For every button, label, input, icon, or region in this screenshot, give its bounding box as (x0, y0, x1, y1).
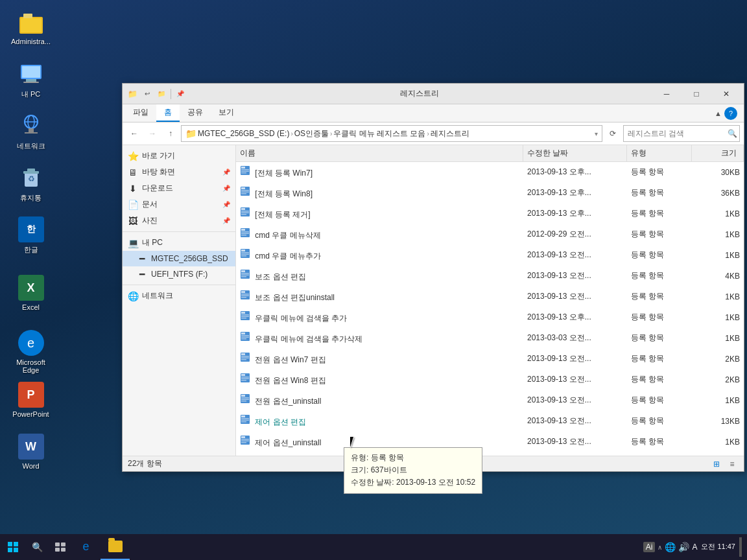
desktop-icon-network[interactable]: 네트워크 (6, 110, 55, 154)
header-name[interactable]: 이름 (236, 145, 523, 161)
detail-view-btn[interactable]: ⊞ (710, 458, 723, 471)
tab-home[interactable]: 홈 (156, 104, 180, 122)
svg-rect-74 (241, 399, 249, 401)
minimize-btn[interactable]: ─ (652, 84, 682, 104)
table-row[interactable]: 전원 옵션 Win8 편집 2013-09-13 오전... 등록 항목 2KB (236, 369, 744, 390)
desktop-icon-recycle[interactable]: ♻ 휴지통 (6, 162, 55, 205)
table-row[interactable]: 제어 옵션 편집 2013-09-13 오전... 등록 항목 13KB (236, 411, 744, 432)
header-type[interactable]: 유형 (627, 145, 692, 161)
administrator-icon (18, 9, 44, 35)
taskbar: 🔍 e Ai ∧ 🌐 🔊 (0, 534, 747, 560)
excel-icon: X (18, 275, 44, 301)
file-list-container[interactable]: 이름 수정한 날짜 유형 크기 [전체 등록 (236, 145, 744, 456)
tooltip-line3: 수정한 날짜: 2013-09-13 오전 10:52 (351, 476, 475, 489)
expand-ribbon-btn[interactable]: ▲ (715, 110, 722, 117)
sidebar-item-photos[interactable]: 🖼 사진 📌 (123, 213, 235, 229)
table-row[interactable]: 제어 옵션_uninstall 2013-09-13 오전... 등록 항목 1… (236, 432, 744, 452)
svg-rect-29 (241, 213, 249, 214)
pin-btn[interactable]: 📌 (174, 88, 187, 100)
ppt-label: PowerPoint (12, 410, 49, 418)
new-folder-btn[interactable]: 📁 (155, 88, 168, 100)
taskbar-explorer[interactable] (101, 534, 130, 560)
table-row[interactable]: 우클릭 메뉴에 검색을 추가삭제 2013-03-03 오전... 등록 항목 … (236, 328, 744, 349)
back-btn[interactable]: ← (126, 126, 142, 141)
svg-rect-83 (241, 439, 249, 440)
file-name-13: 제어 옵션_uninstall (236, 433, 523, 450)
list-view-btn[interactable]: ≡ (726, 458, 739, 471)
file-date-6: 2013-09-13 오전... (523, 289, 627, 304)
tab-share[interactable]: 공유 (180, 104, 211, 122)
table-row[interactable]: cmd 우클 메뉴추가 2013-09-13 오전... 등록 항목 1KB (236, 245, 744, 266)
table-row[interactable]: 전원 옵션 Win7 편집 2013-09-13 오전... 등록 항목 2KB (236, 349, 744, 369)
svg-rect-25 (241, 193, 246, 194)
search-box[interactable]: 🔍 (623, 125, 740, 142)
excel-label: Excel (22, 303, 40, 311)
address-path[interactable]: 📁 MGTEC_256GB_SSD (E:) › OS인증툴 › 우클릭 메뉴 … (181, 125, 602, 142)
desktop-icon-mypc[interactable]: 내 PC (6, 58, 55, 102)
start-button[interactable] (0, 534, 26, 560)
desktop-icon-hancom[interactable]: 한 한글 (6, 214, 55, 257)
explorer-window: 📁 ↩ 📁 📌 레지스트리 ─ □ ✕ 파일 홈 공유 보기 (122, 83, 744, 472)
undo-btn[interactable]: ↩ (141, 88, 154, 100)
sidebar-item-uefi[interactable]: ━ UEFI_NTFS (F:) (123, 266, 235, 282)
svg-rect-54 (241, 316, 249, 318)
svg-rect-85 (241, 442, 246, 443)
sidebar-item-docs[interactable]: 📄 문서 📌 (123, 196, 235, 213)
desktop-icon-edge[interactable]: e Microsoft Edge (6, 327, 55, 377)
sidebar-item-mgtec[interactable]: ━ MGTEC_256GB_SSD (123, 251, 235, 266)
tray-ai-label[interactable]: Ai (643, 542, 656, 552)
sidebar-item-network[interactable]: 🌐 네트워크 (123, 288, 235, 304)
refresh-btn[interactable]: ⟳ (605, 126, 621, 141)
table-row[interactable]: [전체 등록 제거] 2013-09-13 오후... 등록 항목 1KB (236, 204, 744, 224)
file-date-1: 2013-09-13 오후... (523, 185, 627, 200)
task-view-btn[interactable] (49, 534, 71, 560)
sidebar-item-downloads[interactable]: ⬇ 다운로드 📌 (123, 180, 235, 196)
show-desktop-btn[interactable] (739, 537, 742, 557)
svg-rect-24 (241, 192, 249, 193)
tray-expand-icon[interactable]: ∧ (658, 544, 662, 551)
svg-rect-19 (241, 171, 249, 172)
table-row[interactable]: [전체 등록 Win7] 2013-09-13 오후... 등록 항목 30KB (236, 162, 744, 183)
network-label: 네트워크 (17, 141, 45, 151)
header-size[interactable]: 크기 (692, 145, 744, 161)
file-name-6: 보조 옵션 편집uninstall (236, 288, 523, 305)
table-row[interactable]: 보조 옵션 편집 2013-09-13 오전... 등록 항목 4KB (236, 266, 744, 286)
sidebar-item-favorites[interactable]: ⭐ 바로 가기 (123, 148, 235, 164)
desktop-icon-word[interactable]: W Word (6, 431, 55, 472)
taskbar-edge[interactable]: e (71, 534, 101, 560)
desktop-icon-administrator[interactable]: Administra... (6, 6, 55, 48)
desktop-icon-ppt[interactable]: P PowerPoint (6, 379, 55, 421)
file-name-10: 전원 옵션 Win8 편집 (236, 371, 523, 388)
search-input[interactable] (628, 129, 725, 138)
table-row[interactable]: [전체 등록 Win8] 2013-09-13 오후... 등록 항목 36KB (236, 183, 744, 204)
quick-access-folder-btn[interactable]: 📁 (125, 87, 139, 101)
table-row[interactable]: 전원 옵션_uninstall 2013-09-13 오전... 등록 항목 1… (236, 390, 744, 411)
desktop-icon-excel[interactable]: X Excel (6, 272, 55, 314)
table-row[interactable]: 우클릭 메뉴에 검색을 추가 2013-09-13 오후... 등록 항목 1K… (236, 307, 744, 328)
svg-rect-50 (241, 297, 246, 298)
tray-keyboard-icon[interactable]: A (692, 542, 697, 552)
close-btn[interactable]: ✕ (711, 84, 741, 104)
header-date[interactable]: 수정한 날짜 (523, 145, 627, 161)
up-btn[interactable]: ↑ (163, 126, 178, 141)
sidebar-item-mypc[interactable]: 💻 내 PC (123, 235, 235, 251)
taskbar-search-btn[interactable]: 🔍 (26, 534, 49, 560)
tray-network-icon[interactable]: 🌐 (665, 542, 676, 552)
file-type-0: 등록 항목 (627, 165, 692, 180)
forward-btn[interactable]: → (145, 126, 160, 141)
svg-rect-132 (55, 548, 60, 552)
svg-rect-57 (241, 332, 245, 334)
tab-file[interactable]: 파일 (125, 104, 156, 122)
svg-rect-6 (23, 82, 39, 83)
svg-rect-30 (241, 214, 246, 215)
tab-view[interactable]: 보기 (211, 104, 242, 122)
svg-rect-64 (241, 358, 249, 359)
table-row[interactable]: 보조 옵션 편집uninstall 2013-09-13 오전... 등록 항목… (236, 286, 744, 307)
svg-rect-18 (241, 169, 249, 170)
table-row[interactable]: cmd 우클 메뉴삭제 2012-09-29 오전... 등록 항목 1KB (236, 224, 744, 245)
sidebar-item-desktop[interactable]: 🖥 바탕 화면 📌 (123, 164, 235, 180)
help-btn[interactable]: ? (724, 107, 737, 120)
maximize-btn[interactable]: □ (682, 84, 711, 104)
taskbar-clock[interactable]: 오전 11:47 (701, 542, 735, 552)
tray-sound-icon[interactable]: 🔊 (678, 542, 689, 552)
